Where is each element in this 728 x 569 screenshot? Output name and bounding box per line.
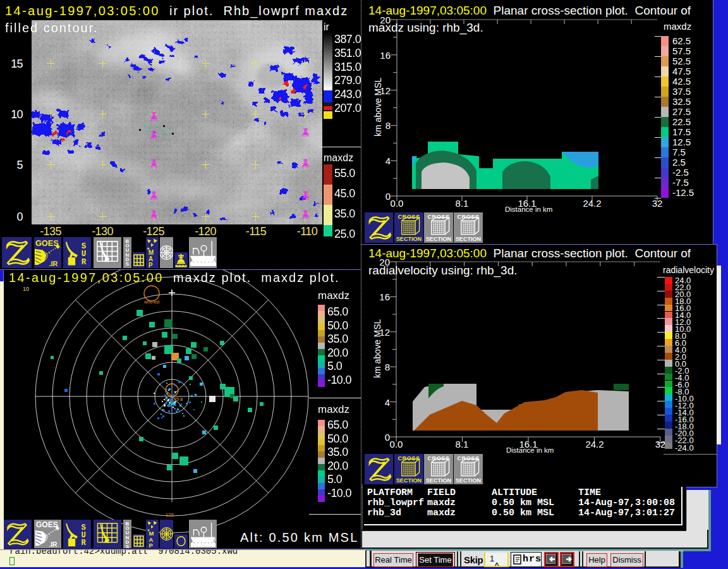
svg-text:-125: -125 — [164, 512, 174, 518]
svg-text:who-est: who-est — [143, 300, 160, 304]
